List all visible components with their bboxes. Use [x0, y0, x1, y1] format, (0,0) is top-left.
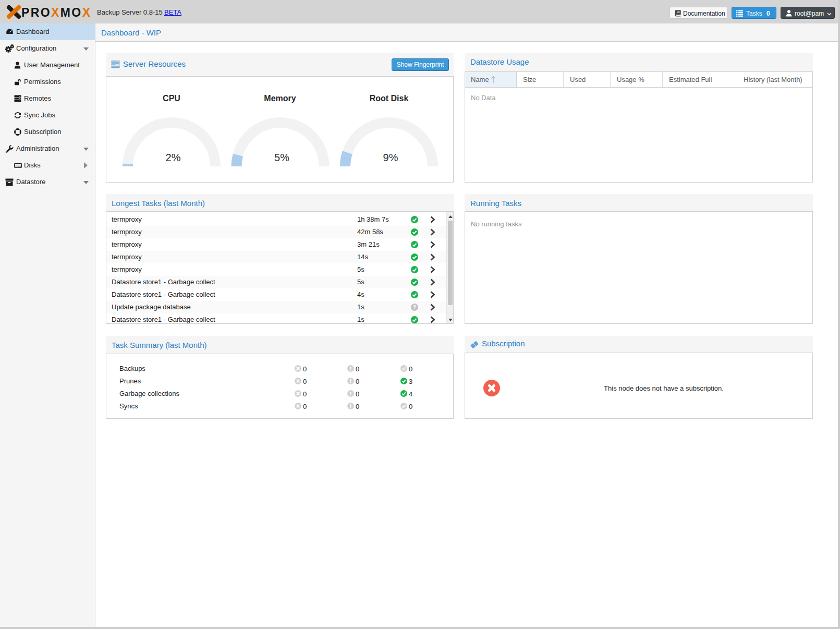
- svg-text:9%: 9%: [383, 152, 398, 163]
- svg-text:0: 0: [356, 403, 359, 410]
- svg-text:0: 0: [303, 378, 307, 385]
- svg-text:0: 0: [356, 390, 359, 398]
- svg-text:0: 0: [409, 365, 412, 373]
- svg-text:0: 0: [303, 365, 307, 373]
- svg-text:5%: 5%: [274, 152, 289, 163]
- svg-text:2%: 2%: [166, 152, 181, 163]
- svg-text:4: 4: [409, 390, 412, 398]
- svg-text:3: 3: [409, 378, 412, 385]
- svg-text:0: 0: [303, 403, 307, 410]
- svg-text:0: 0: [356, 378, 359, 385]
- svg-text:0: 0: [303, 390, 307, 398]
- svg-text:0: 0: [356, 365, 359, 373]
- svg-text:0: 0: [409, 403, 412, 410]
